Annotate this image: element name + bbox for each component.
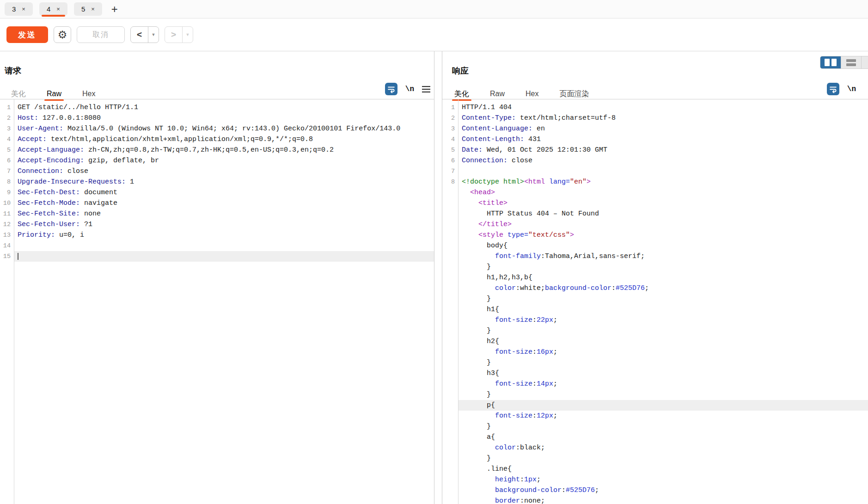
line-text: Sec-Fetch-User: ?1 — [14, 219, 434, 230]
code-line[interactable]: <style type="text/css"> — [442, 230, 868, 240]
code-line[interactable]: <head> — [442, 187, 868, 198]
code-line[interactable]: p{ — [442, 400, 868, 411]
session-tab-5[interactable]: 5× — [74, 2, 102, 16]
close-icon[interactable]: × — [91, 6, 95, 12]
code-line[interactable]: } — [442, 357, 868, 368]
code-line[interactable]: } — [442, 453, 868, 464]
line-text: Accept-Language: zh-CN,zh;q=0.8,zh-TW;q=… — [14, 145, 434, 155]
code-line[interactable]: 5Date: Wed, 01 Oct 2025 12:01:30 GMT — [442, 145, 868, 155]
code-line[interactable]: 10Sec-Fetch-Mode: navigate — [0, 198, 434, 209]
code-line[interactable]: } — [442, 294, 868, 304]
back-button[interactable]: < — [131, 27, 148, 43]
code-line[interactable]: a{ — [442, 432, 868, 443]
code-line[interactable]: 8<!doctype html><html lang="en"> — [442, 177, 868, 187]
line-number: 5 — [0, 145, 14, 155]
code-line[interactable]: 2Content-Type: text/html;charset=utf-8 — [442, 113, 868, 123]
code-line[interactable]: 7Connection: close — [0, 166, 434, 177]
layout-rows-button[interactable] — [841, 56, 861, 68]
code-line[interactable]: } — [442, 389, 868, 400]
code-line[interactable]: 2Host: 127.0.0.1:8080 — [0, 113, 434, 123]
code-line[interactable]: 4Content-Length: 431 — [442, 134, 868, 145]
code-line[interactable]: 1HTTP/1.1 404 — [442, 102, 868, 113]
code-line[interactable]: 4Accept: text/html,application/xhtml+xml… — [0, 134, 434, 145]
code-line[interactable]: h1,h2,h3,b{ — [442, 272, 868, 283]
code-line[interactable]: 13Priority: u=0, i — [0, 230, 434, 240]
line-text: Connection: close — [458, 155, 868, 166]
line-text — [458, 166, 868, 177]
columns-layout-icon — [825, 59, 830, 66]
code-line[interactable]: } — [442, 326, 868, 336]
history-back-split-button: < ▼ — [130, 26, 159, 43]
code-line[interactable]: 11Sec-Fetch-Site: none — [0, 209, 434, 219]
request-editor[interactable]: 1GET /static/../hello HTTP/1.12Host: 127… — [0, 99, 434, 504]
line-number — [442, 389, 458, 400]
settings-button[interactable]: ⚙ — [54, 26, 71, 43]
code-line[interactable]: font-size:16px; — [442, 347, 868, 357]
code-line[interactable]: 12Sec-Fetch-User: ?1 — [0, 219, 434, 230]
code-line[interactable]: .line{ — [442, 464, 868, 474]
layout-columns-button[interactable] — [820, 56, 841, 68]
code-line[interactable]: 15 — [0, 251, 434, 262]
code-line[interactable]: 3User-Agent: Mozilla/5.0 (Windows NT 10.… — [0, 123, 434, 134]
line-number — [442, 209, 458, 219]
code-line[interactable]: } — [442, 421, 868, 432]
line-number: 9 — [0, 187, 14, 198]
word-wrap-toggle-button[interactable] — [827, 83, 839, 95]
toolbar: 发送 ⚙ 取消 < ▼ > ▼ — [0, 18, 868, 51]
code-line[interactable]: h1{ — [442, 304, 868, 315]
tab-label: 3 — [12, 5, 16, 13]
response-panel: 响应 美化RawHex页面渲染 \n 1HTTP/1.1 4042Content… — [442, 51, 868, 504]
code-line[interactable]: </title> — [442, 219, 868, 230]
code-line[interactable]: HTTP Status 404 – Not Found — [442, 209, 868, 219]
cancel-button[interactable]: 取消 — [77, 26, 125, 43]
code-line[interactable]: h3{ — [442, 368, 868, 379]
code-line[interactable]: 6Connection: close — [442, 155, 868, 166]
code-line[interactable]: } — [442, 262, 868, 272]
code-line[interactable]: 8Upgrade-Insecure-Requests: 1 — [0, 177, 434, 187]
code-line[interactable]: h2{ — [442, 336, 868, 347]
code-line[interactable]: body{ — [442, 240, 868, 251]
code-line[interactable]: 6Accept-Encoding: gzip, deflate, br — [0, 155, 434, 166]
line-text: <title> — [458, 198, 868, 209]
code-line[interactable]: font-size:22px; — [442, 315, 868, 326]
line-number — [442, 219, 458, 230]
forward-dropdown[interactable]: ▼ — [182, 27, 193, 43]
session-tab-strip: 3×4×5× + — [0, 0, 868, 18]
main-split: 请求 美化RawHex \n — [0, 51, 868, 504]
code-line[interactable]: font-size:12px; — [442, 411, 868, 421]
line-number — [442, 198, 458, 209]
code-line[interactable]: border:none; — [442, 496, 868, 504]
code-line[interactable]: background-color:#525D76; — [442, 485, 868, 496]
line-text: } — [458, 389, 868, 400]
code-line[interactable]: 7 — [442, 166, 868, 177]
code-line[interactable]: 14 — [0, 240, 434, 251]
close-icon[interactable]: × — [56, 6, 60, 12]
back-dropdown[interactable]: ▼ — [148, 27, 159, 43]
close-icon[interactable]: × — [22, 6, 25, 12]
code-line[interactable]: font-size:14px; — [442, 379, 868, 389]
code-line[interactable]: font-family:Tahoma,Arial,sans-serif; — [442, 251, 868, 262]
code-line[interactable]: 5Accept-Language: zh-CN,zh;q=0.8,zh-TW;q… — [0, 145, 434, 155]
response-viewer[interactable]: 1HTTP/1.1 4042Content-Type: text/html;ch… — [442, 99, 868, 504]
code-line[interactable]: height:1px; — [442, 474, 868, 485]
code-line[interactable]: color:black; — [442, 443, 868, 453]
show-newlines-toggle[interactable]: \n — [405, 85, 414, 93]
session-tab-3[interactable]: 3× — [5, 2, 33, 16]
layout-maximize-button[interactable] — [861, 56, 868, 68]
send-button[interactable]: 发送 — [6, 26, 48, 43]
layout-toggle — [820, 56, 868, 69]
panel-splitter[interactable] — [434, 51, 442, 504]
code-line[interactable]: color:white;background-color:#525D76; — [442, 283, 868, 294]
editor-menu-button[interactable] — [422, 86, 430, 92]
code-line[interactable]: 1GET /static/../hello HTTP/1.1 — [0, 102, 434, 113]
forward-button[interactable]: > — [165, 27, 182, 43]
code-line[interactable]: 3Content-Language: en — [442, 123, 868, 134]
code-line[interactable]: <title> — [442, 198, 868, 209]
code-line[interactable]: 9Sec-Fetch-Dest: document — [0, 187, 434, 198]
line-text: Upgrade-Insecure-Requests: 1 — [14, 177, 434, 187]
word-wrap-toggle-button[interactable] — [385, 83, 397, 95]
line-text: } — [458, 262, 868, 272]
new-tab-button[interactable]: + — [111, 4, 118, 15]
show-newlines-toggle[interactable]: \n — [847, 85, 856, 93]
session-tab-4[interactable]: 4× — [39, 2, 67, 16]
